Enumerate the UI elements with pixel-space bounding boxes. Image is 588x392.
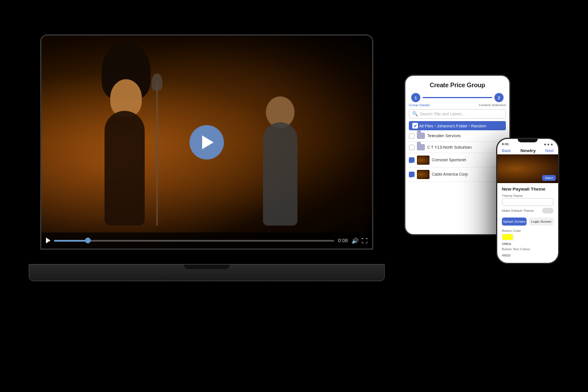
step-1-circle[interactable]: 1: [411, 93, 420, 102]
default-theme-row: Make Default Theme: [497, 206, 558, 215]
phone-image: Select: [497, 154, 558, 183]
back-button[interactable]: Back: [502, 149, 511, 153]
progress-fill: [54, 240, 88, 242]
guitarist-silhouette: [246, 76, 326, 226]
next-button[interactable]: Next: [546, 149, 554, 153]
row-checkbox-checked[interactable]: [409, 157, 415, 163]
default-theme-toggle[interactable]: [542, 208, 554, 214]
phone-screen: 9:41 ▲▲▲ Back Newtry Next Select New Pay…: [497, 139, 558, 263]
singer-body: [105, 111, 145, 226]
thumbnail-image: [417, 156, 430, 165]
tablet-breadcrumb[interactable]: All Files › Johanna's Folder › Random: [409, 121, 506, 130]
folder-icon: [417, 144, 425, 150]
splash-screen-button[interactable]: Splash Screen: [502, 218, 527, 226]
volume-icon[interactable]: 🔊: [351, 238, 358, 244]
video-controls: 0:06 🔊 ⛶: [41, 232, 372, 249]
phone-header: Back Newtry Next: [497, 147, 558, 154]
fullscreen-icon[interactable]: ⛶: [362, 238, 368, 244]
button-text-color-label: Button Text Colour: [502, 247, 554, 251]
mic-stand: [156, 82, 158, 226]
video-thumbnail: [417, 170, 430, 179]
folder-icon: [417, 133, 425, 139]
button-color-swatch[interactable]: [502, 234, 513, 240]
default-theme-label: Make Default Theme: [502, 209, 534, 212]
play-icon: [202, 135, 214, 149]
breadcrumb-checkbox[interactable]: [412, 123, 418, 129]
play-button[interactable]: [189, 125, 224, 160]
button-color-section: Button Color: [497, 228, 558, 242]
step-2-circle[interactable]: 2: [494, 93, 504, 102]
phone-notch: [518, 139, 538, 142]
control-play-icon[interactable]: [46, 238, 51, 243]
laptop-screen: 0:06 🔊 ⛶: [40, 34, 373, 250]
row-label: Cable America Corp: [432, 172, 468, 177]
button-color-label: Button Color: [502, 229, 554, 232]
breadcrumb-text: All Files › Johanna's Folder › Random: [419, 124, 486, 128]
table-row[interactable]: C T Y13-North Suburban: [405, 142, 509, 153]
row-label: Telecaller Services: [427, 133, 461, 138]
tablet-search[interactable]: 🔍 Search Title and Labels...: [409, 109, 506, 119]
row-label: Comcast Sportsnet: [432, 157, 466, 162]
step-line: [423, 97, 492, 98]
table-row[interactable]: Comcast Sportsnet: [405, 153, 509, 168]
table-row[interactable]: Cable America Corp: [405, 168, 509, 182]
theme-name-input[interactable]: [502, 198, 554, 206]
theme-name-label: Theme Name: [497, 193, 558, 198]
thumbnail-image: [417, 170, 430, 179]
button-text-color-value: #f000: [497, 253, 558, 258]
tablet-stepper: 1 2: [405, 91, 509, 104]
tablet: Create Price Group 1 2 Group Details Con…: [404, 75, 510, 235]
section-title: New Paywall Theme: [497, 183, 558, 193]
video-player[interactable]: 0:06 🔊 ⛶: [41, 36, 372, 249]
search-placeholder: Search Title and Labels...: [420, 112, 465, 116]
guitarist-body: [263, 122, 297, 226]
laptop-base: [29, 264, 385, 281]
progress-dot: [85, 238, 91, 243]
tablet-title: Create Price Group: [411, 81, 504, 88]
table-row[interactable]: Telecaller Services: [405, 130, 509, 142]
status-time: 9:41: [502, 142, 509, 146]
button-color-value: #ffff0e: [497, 242, 558, 246]
tablet-header: Create Price Group: [405, 76, 509, 91]
phone: 9:41 ▲▲▲ Back Newtry Next Select New Pay…: [496, 138, 559, 264]
singer-silhouette: [87, 65, 179, 226]
row-checkbox[interactable]: [409, 145, 415, 150]
status-icons: ▲▲▲: [543, 142, 554, 146]
laptop: 0:06 🔊 ⛶: [29, 34, 385, 281]
phone-nav-title: Newtry: [520, 148, 536, 153]
microphone: [152, 73, 163, 91]
search-icon: 🔍: [412, 111, 418, 117]
scene: 0:06 🔊 ⛶ Create Price Group 1 2 Group De…: [0, 0, 588, 392]
laptop-notch: [184, 265, 230, 269]
screen-type-buttons: Splash Screen Login Screen: [497, 215, 558, 228]
login-screen-button[interactable]: Login Screen: [529, 218, 554, 226]
tablet-screen: Create Price Group 1 2 Group Details Con…: [405, 76, 509, 234]
progress-bar[interactable]: [54, 240, 334, 242]
button-text-color-section: Button Text Colour: [497, 246, 558, 253]
video-thumbnail: [417, 156, 430, 165]
row-checkbox[interactable]: [409, 133, 415, 139]
select-button[interactable]: Select: [542, 175, 556, 181]
time-label: 0:06: [338, 238, 348, 243]
row-label: C T Y13-North Suburban: [427, 145, 471, 150]
row-checkbox-checked[interactable]: [409, 172, 415, 177]
